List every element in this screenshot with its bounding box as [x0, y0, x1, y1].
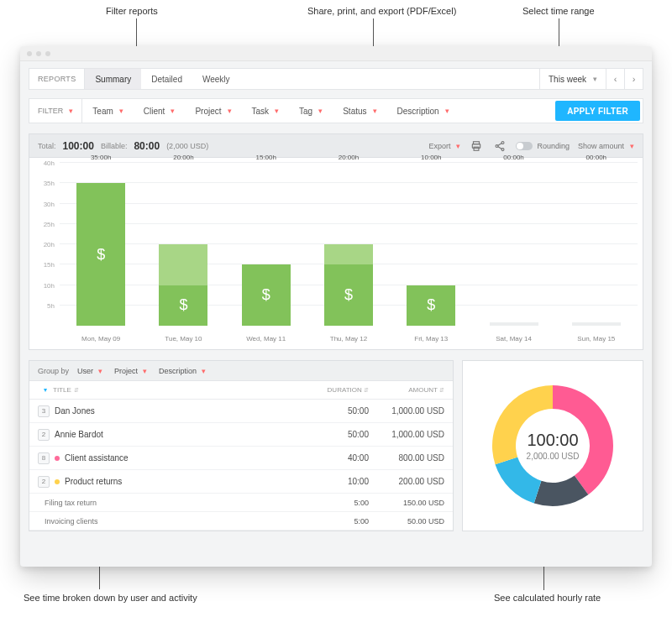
- table-row[interactable]: 8Client assistance40:00800.00 USD: [29, 447, 453, 470]
- total-value: 100:00: [63, 140, 94, 152]
- share-icon[interactable]: [492, 139, 507, 154]
- col-duration[interactable]: DURATION ⇵: [293, 386, 369, 394]
- app-window: REPORTS Summary Detailed Weekly This wee…: [20, 46, 652, 567]
- time-range-picker: This week ▾ ‹ ›: [539, 69, 643, 89]
- window-dot: [45, 51, 50, 56]
- window-titlebar: [20, 46, 652, 61]
- donut-center-sub: 2,000.00 USD: [527, 452, 580, 461]
- bar-1: $20:00hTue, May 10: [142, 165, 224, 326]
- caret-down-icon: ▾: [275, 107, 279, 115]
- window-dot: [36, 51, 41, 56]
- donut-chart: 100:00 2,000.00 USD: [462, 360, 643, 531]
- filter-team[interactable]: Team▾: [82, 99, 133, 123]
- time-range-select[interactable]: This week ▾: [540, 69, 606, 89]
- caret-down-icon: ▾: [456, 142, 460, 150]
- filter-bar: FILTER▾ Team▾Client▾Project▾Task▾Tag▾Sta…: [29, 98, 643, 123]
- dollar-icon: $: [179, 296, 187, 314]
- caret-down-icon: ▾: [69, 107, 73, 115]
- groupby-user[interactable]: User▾: [77, 367, 102, 375]
- project-color-dot: [55, 479, 60, 484]
- top-bar: REPORTS Summary Detailed Weekly This wee…: [29, 68, 643, 90]
- caret-down-icon: ▾: [119, 107, 123, 115]
- caret-down-icon: ▾: [228, 107, 232, 115]
- project-color-dot: [55, 456, 60, 461]
- apply-filter-button[interactable]: APPLY FILTER: [555, 101, 640, 121]
- export-menu[interactable]: Export▾: [428, 142, 460, 150]
- caret-down-icon: ▾: [143, 367, 147, 375]
- tab-detailed[interactable]: Detailed: [141, 69, 192, 89]
- table-row[interactable]: 2Annie Bardot50:001,000.00 USD: [29, 423, 453, 447]
- dollar-icon: $: [97, 246, 105, 264]
- caret-down-icon: ▾: [593, 75, 597, 83]
- donut-center-value: 100:00: [527, 431, 578, 450]
- sort-icon: ⇵: [439, 387, 444, 393]
- groupby-project[interactable]: Project▾: [114, 367, 147, 375]
- bar-5: 00:00hSat, May 14: [472, 165, 554, 326]
- time-next-button[interactable]: ›: [624, 68, 643, 90]
- annotation-timerange: Select time range: [522, 6, 595, 16]
- table-header: ▾ TITLE⇵ DURATION ⇵ AMOUNT ⇵: [29, 381, 453, 400]
- bar-0: $35:00hMon, May 09: [60, 165, 142, 326]
- col-title[interactable]: TITLE⇵: [53, 386, 293, 394]
- dollar-icon: $: [262, 286, 270, 304]
- dollar-icon: $: [427, 296, 435, 314]
- billable-value: 80:00: [134, 140, 160, 152]
- filter-project[interactable]: Project▾: [185, 99, 241, 123]
- toggle-icon: [516, 142, 533, 150]
- row-count-badge: 3: [38, 405, 50, 417]
- sort-icon: ⇵: [74, 387, 79, 394]
- bar-2: $15:00hWed, May 11: [225, 165, 307, 326]
- caret-down-icon: ▾: [373, 107, 377, 115]
- caret-down-icon: ▾: [318, 107, 323, 115]
- total-label: Total:: [38, 142, 56, 150]
- tab-weekly[interactable]: Weekly: [192, 69, 240, 89]
- filter-label: FILTER▾: [29, 99, 82, 123]
- reports-label: REPORTS: [29, 69, 85, 89]
- col-amount[interactable]: AMOUNT ⇵: [369, 386, 444, 394]
- row-count-badge: 2: [38, 476, 50, 488]
- summary-stats-bar: Total: 100:00 Billable: 80:00 (2,000 USD…: [29, 133, 643, 157]
- bar-3: $20:00hThu, May 12: [307, 165, 390, 326]
- view-tabs: Summary Detailed Weekly: [85, 69, 539, 89]
- groupby-bar: Group by User▾Project▾Description▾: [29, 361, 453, 381]
- caret-down-icon: ▾: [445, 107, 449, 115]
- billable-amount: (2,000 USD): [166, 142, 208, 150]
- rounding-toggle[interactable]: Rounding: [516, 142, 570, 150]
- annotation-export: Share, print, and export (PDF/Excel): [307, 6, 456, 16]
- caret-down-icon: ▾: [202, 367, 206, 375]
- annotation-hourlyrate: See calculated hourly rate: [494, 593, 601, 603]
- annotation-breakdown: See time broken down by user and activit…: [24, 593, 197, 603]
- filter-client[interactable]: Client▾: [134, 99, 186, 123]
- caret-down-icon: ▾: [98, 367, 102, 375]
- table-row[interactable]: 3Dan Jones50:001,000.00 USD: [29, 400, 453, 423]
- filter-task[interactable]: Task▾: [242, 99, 290, 123]
- filter-status[interactable]: Status▾: [333, 99, 386, 123]
- annotation-filter: Filter reports: [106, 6, 158, 16]
- tab-summary[interactable]: Summary: [85, 69, 141, 89]
- filter-tag[interactable]: Tag▾: [289, 99, 333, 123]
- groupby-description[interactable]: Description▾: [159, 367, 206, 375]
- time-range-label: This week: [549, 75, 586, 84]
- window-dot: [27, 51, 32, 56]
- row-count-badge: 8: [38, 452, 50, 464]
- table-row[interactable]: Filing tax return5:00150.00 USD: [29, 494, 453, 512]
- bar-6: 00:00hSun, May 15: [555, 165, 638, 326]
- bar-chart: 40h35h30h25h20h15h10h5h $35:00hMon, May …: [29, 157, 643, 350]
- billable-label: Billable:: [101, 142, 128, 150]
- table-row[interactable]: 2Product returns10:00200.00 USD: [29, 470, 453, 494]
- row-count-badge: 2: [38, 429, 50, 441]
- time-prev-button[interactable]: ‹: [606, 68, 624, 90]
- filter-description[interactable]: Description▾: [387, 99, 459, 123]
- print-icon[interactable]: [469, 139, 484, 154]
- breakdown-table: Group by User▾Project▾Description▾ ▾ TIT…: [29, 360, 454, 531]
- bar-4: $10:00hFri, May 13: [390, 165, 472, 326]
- table-row[interactable]: Invoicing clients5:0050.00 USD: [29, 512, 453, 531]
- caret-down-icon: ▾: [171, 107, 175, 115]
- collapse-all-icon[interactable]: ▾: [38, 386, 53, 394]
- caret-down-icon: ▾: [630, 142, 634, 150]
- dollar-icon: $: [344, 286, 353, 304]
- show-amount-menu[interactable]: Show amount▾: [578, 142, 634, 150]
